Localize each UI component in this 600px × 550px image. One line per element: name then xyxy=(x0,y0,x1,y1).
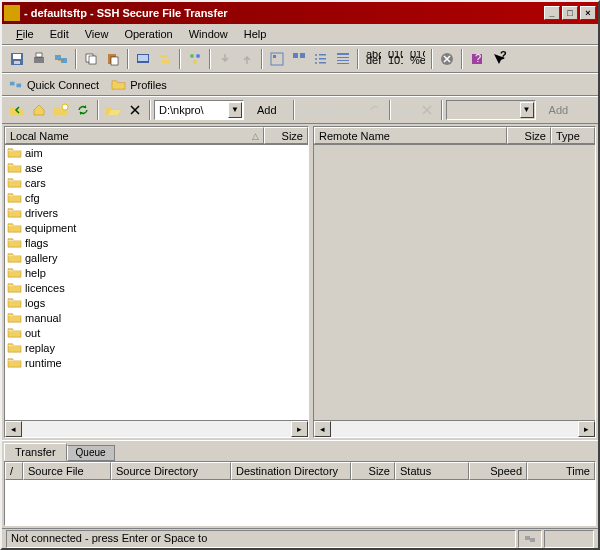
list-item[interactable]: help xyxy=(5,265,308,280)
transfer-col-destdir[interactable]: Destination Directory xyxy=(231,462,351,480)
svg-rect-20 xyxy=(300,53,305,58)
list-item[interactable]: cars xyxy=(5,175,308,190)
scroll-left-icon[interactable]: ◂ xyxy=(5,421,22,437)
close-button[interactable]: × xyxy=(580,6,596,20)
local-newfolder-icon[interactable] xyxy=(50,99,72,121)
local-add-button[interactable]: Add xyxy=(248,101,286,119)
connect-bar: Quick Connect Profiles xyxy=(2,73,598,96)
svg-rect-26 xyxy=(319,62,326,64)
list-item[interactable]: cfg xyxy=(5,190,308,205)
terminal-icon[interactable] xyxy=(132,48,154,70)
remote-col-type[interactable]: Type xyxy=(551,127,595,144)
menu-help[interactable]: Help xyxy=(236,26,275,42)
small-icons-icon[interactable] xyxy=(288,48,310,70)
remote-col-name[interactable]: Remote Name xyxy=(314,127,507,144)
list-item[interactable]: licences xyxy=(5,280,308,295)
list-item[interactable]: drivers xyxy=(5,205,308,220)
transfer-col-sourcefile[interactable]: Source File xyxy=(23,462,111,480)
list-item[interactable]: replay xyxy=(5,340,308,355)
save-icon[interactable] xyxy=(6,48,28,70)
titlebar: - defaultsftp - SSH Secure File Transfer… xyxy=(2,2,598,24)
remote-file-list xyxy=(314,145,595,420)
maximize-button[interactable]: □ xyxy=(562,6,578,20)
local-hscroll[interactable]: ◂ ▸ xyxy=(5,420,308,437)
transfer-icon[interactable] xyxy=(154,48,176,70)
remote-newfolder-icon xyxy=(342,99,364,121)
transfer-list xyxy=(5,480,595,525)
minimize-button[interactable]: _ xyxy=(544,6,560,20)
local-col-name[interactable]: Local Name△ xyxy=(5,127,264,144)
window-controls: _ □ × xyxy=(542,6,596,20)
dropdown-icon[interactable]: ▼ xyxy=(228,102,242,118)
list-item[interactable]: manual xyxy=(5,310,308,325)
svg-text:def: def xyxy=(366,54,381,66)
copy-icon[interactable] xyxy=(80,48,102,70)
paste-icon[interactable] xyxy=(102,48,124,70)
transfer-col-size[interactable]: Size xyxy=(351,462,395,480)
local-open-icon[interactable] xyxy=(102,99,124,121)
remote-add-button: Add xyxy=(540,101,578,119)
local-refresh-icon[interactable] xyxy=(72,99,94,121)
scroll-right-icon[interactable]: ▸ xyxy=(291,421,308,437)
list-item[interactable]: aim xyxy=(5,145,308,160)
list-item[interactable]: ase xyxy=(5,160,308,175)
transfer-col-icon[interactable]: / xyxy=(5,462,23,480)
list-item[interactable]: logs xyxy=(5,295,308,310)
svg-rect-1 xyxy=(13,54,21,59)
remote-up-icon xyxy=(298,99,320,121)
stop-icon[interactable] xyxy=(436,48,458,70)
list-item[interactable]: equipment xyxy=(5,220,308,235)
view-abc-icon[interactable]: abcdef xyxy=(362,48,384,70)
list-icon[interactable] xyxy=(310,48,332,70)
local-file-list[interactable]: aimasecarscfgdriversequipmentflagsgaller… xyxy=(5,145,308,420)
print-icon[interactable] xyxy=(28,48,50,70)
local-col-size[interactable]: Size xyxy=(264,127,308,144)
connect-icon[interactable] xyxy=(50,48,72,70)
file-name: ase xyxy=(25,162,43,174)
remote-col-size[interactable]: Size xyxy=(507,127,551,144)
list-item[interactable]: out xyxy=(5,325,308,340)
large-icons-icon[interactable] xyxy=(266,48,288,70)
scroll-left-icon[interactable]: ◂ xyxy=(314,421,331,437)
local-up-icon[interactable] xyxy=(6,99,28,121)
file-name: aim xyxy=(25,147,43,159)
menu-file[interactable]: File xyxy=(8,26,42,42)
details-icon[interactable] xyxy=(332,48,354,70)
local-home-icon[interactable] xyxy=(28,99,50,121)
svg-rect-19 xyxy=(293,53,298,58)
scroll-right-icon[interactable]: ▸ xyxy=(578,421,595,437)
file-name: logs xyxy=(25,297,45,309)
profiles-button[interactable]: Profiles xyxy=(111,78,167,91)
tab-transfer[interactable]: Transfer xyxy=(4,443,67,461)
transfer-col-speed[interactable]: Speed xyxy=(469,462,527,480)
statusbar: Not connected - press Enter or Space to xyxy=(2,528,598,548)
help-book-icon[interactable]: ? xyxy=(466,48,488,70)
list-item[interactable]: flags xyxy=(5,235,308,250)
transfer-col-sourcedir[interactable]: Source Directory xyxy=(111,462,231,480)
status-cell-2 xyxy=(544,530,594,548)
menu-operation[interactable]: Operation xyxy=(116,26,180,42)
local-pane: Local Name△ Size aimasecarscfgdriversequ… xyxy=(4,126,309,438)
view-mode-icon[interactable]: 01¢%ef xyxy=(406,48,428,70)
view-binary-icon[interactable]: 010101 xyxy=(384,48,406,70)
local-delete-icon[interactable] xyxy=(124,99,146,121)
quick-connect-button[interactable]: Quick Connect xyxy=(8,78,99,91)
whats-this-icon[interactable]: ? xyxy=(488,48,510,70)
folder-icon xyxy=(111,78,126,91)
menu-edit[interactable]: Edit xyxy=(42,26,77,42)
menu-window[interactable]: Window xyxy=(181,26,236,42)
transfer-section: Transfer Queue / Source File Source Dire… xyxy=(2,440,598,528)
refresh-net-icon[interactable] xyxy=(184,48,206,70)
transfer-col-status[interactable]: Status xyxy=(395,462,469,480)
list-item[interactable]: gallery xyxy=(5,250,308,265)
menu-view[interactable]: View xyxy=(77,26,117,42)
transfer-col-time[interactable]: Time xyxy=(527,462,595,480)
svg-rect-41 xyxy=(16,84,21,88)
local-path-input[interactable]: D:\nkpro\ ▼ xyxy=(154,100,244,120)
sort-asc-icon: △ xyxy=(252,131,259,141)
tab-queue[interactable]: Queue xyxy=(67,445,115,461)
svg-rect-29 xyxy=(337,60,349,61)
list-item[interactable]: runtime xyxy=(5,355,308,370)
menubar: File Edit View Operation Window Help xyxy=(2,24,598,45)
remote-hscroll[interactable]: ◂ ▸ xyxy=(314,420,595,437)
